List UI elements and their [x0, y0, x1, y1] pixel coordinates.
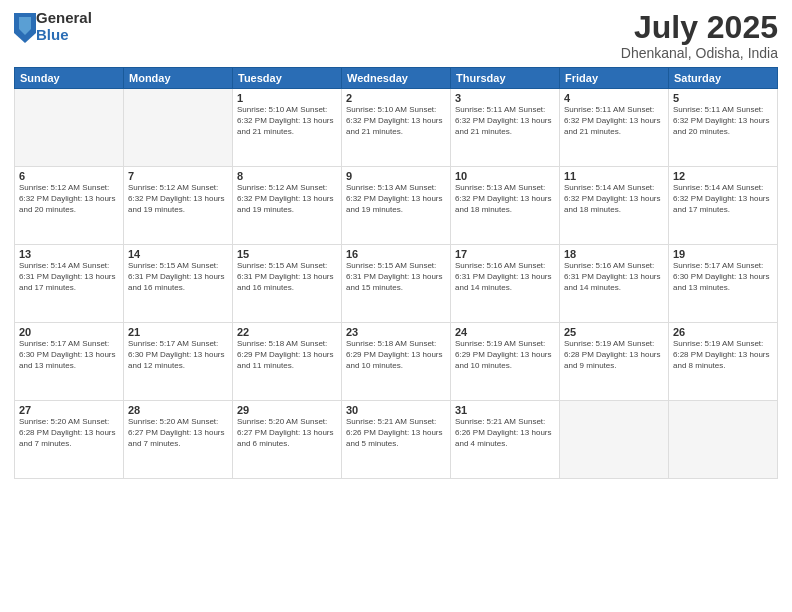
table-row: 1Sunrise: 5:10 AM Sunset: 6:32 PM Daylig… — [233, 89, 342, 167]
table-row: 23Sunrise: 5:18 AM Sunset: 6:29 PM Dayli… — [342, 323, 451, 401]
day-number: 4 — [564, 92, 664, 104]
table-row: 20Sunrise: 5:17 AM Sunset: 6:30 PM Dayli… — [15, 323, 124, 401]
day-number: 14 — [128, 248, 228, 260]
day-info: Sunrise: 5:18 AM Sunset: 6:29 PM Dayligh… — [346, 339, 446, 371]
calendar-header-row: Sunday Monday Tuesday Wednesday Thursday… — [15, 68, 778, 89]
day-info: Sunrise: 5:19 AM Sunset: 6:28 PM Dayligh… — [564, 339, 664, 371]
day-number: 3 — [455, 92, 555, 104]
day-number: 30 — [346, 404, 446, 416]
day-info: Sunrise: 5:14 AM Sunset: 6:32 PM Dayligh… — [673, 183, 773, 215]
day-info: Sunrise: 5:14 AM Sunset: 6:32 PM Dayligh… — [564, 183, 664, 215]
table-row: 29Sunrise: 5:20 AM Sunset: 6:27 PM Dayli… — [233, 401, 342, 479]
table-row: 25Sunrise: 5:19 AM Sunset: 6:28 PM Dayli… — [560, 323, 669, 401]
table-row: 6Sunrise: 5:12 AM Sunset: 6:32 PM Daylig… — [15, 167, 124, 245]
day-number: 28 — [128, 404, 228, 416]
day-number: 24 — [455, 326, 555, 338]
table-row: 27Sunrise: 5:20 AM Sunset: 6:28 PM Dayli… — [15, 401, 124, 479]
day-info: Sunrise: 5:11 AM Sunset: 6:32 PM Dayligh… — [564, 105, 664, 137]
table-row: 18Sunrise: 5:16 AM Sunset: 6:31 PM Dayli… — [560, 245, 669, 323]
table-row: 16Sunrise: 5:15 AM Sunset: 6:31 PM Dayli… — [342, 245, 451, 323]
table-row: 13Sunrise: 5:14 AM Sunset: 6:31 PM Dayli… — [15, 245, 124, 323]
day-info: Sunrise: 5:11 AM Sunset: 6:32 PM Dayligh… — [455, 105, 555, 137]
table-row — [15, 89, 124, 167]
header-saturday: Saturday — [669, 68, 778, 89]
day-info: Sunrise: 5:21 AM Sunset: 6:26 PM Dayligh… — [455, 417, 555, 449]
table-row: 11Sunrise: 5:14 AM Sunset: 6:32 PM Dayli… — [560, 167, 669, 245]
day-info: Sunrise: 5:13 AM Sunset: 6:32 PM Dayligh… — [455, 183, 555, 215]
table-row: 5Sunrise: 5:11 AM Sunset: 6:32 PM Daylig… — [669, 89, 778, 167]
table-row: 17Sunrise: 5:16 AM Sunset: 6:31 PM Dayli… — [451, 245, 560, 323]
day-info: Sunrise: 5:17 AM Sunset: 6:30 PM Dayligh… — [128, 339, 228, 371]
table-row: 19Sunrise: 5:17 AM Sunset: 6:30 PM Dayli… — [669, 245, 778, 323]
header-wednesday: Wednesday — [342, 68, 451, 89]
day-number: 9 — [346, 170, 446, 182]
table-row: 22Sunrise: 5:18 AM Sunset: 6:29 PM Dayli… — [233, 323, 342, 401]
calendar-week-row: 1Sunrise: 5:10 AM Sunset: 6:32 PM Daylig… — [15, 89, 778, 167]
month-title: July 2025 — [621, 10, 778, 45]
title-area: July 2025 Dhenkanal, Odisha, India — [621, 10, 778, 61]
table-row: 8Sunrise: 5:12 AM Sunset: 6:32 PM Daylig… — [233, 167, 342, 245]
table-row — [124, 89, 233, 167]
day-info: Sunrise: 5:17 AM Sunset: 6:30 PM Dayligh… — [19, 339, 119, 371]
table-row: 24Sunrise: 5:19 AM Sunset: 6:29 PM Dayli… — [451, 323, 560, 401]
day-number: 10 — [455, 170, 555, 182]
day-number: 19 — [673, 248, 773, 260]
table-row: 7Sunrise: 5:12 AM Sunset: 6:32 PM Daylig… — [124, 167, 233, 245]
day-number: 27 — [19, 404, 119, 416]
calendar-week-row: 13Sunrise: 5:14 AM Sunset: 6:31 PM Dayli… — [15, 245, 778, 323]
day-info: Sunrise: 5:12 AM Sunset: 6:32 PM Dayligh… — [128, 183, 228, 215]
table-row: 28Sunrise: 5:20 AM Sunset: 6:27 PM Dayli… — [124, 401, 233, 479]
day-number: 8 — [237, 170, 337, 182]
day-number: 1 — [237, 92, 337, 104]
table-row: 4Sunrise: 5:11 AM Sunset: 6:32 PM Daylig… — [560, 89, 669, 167]
table-row — [669, 401, 778, 479]
day-info: Sunrise: 5:13 AM Sunset: 6:32 PM Dayligh… — [346, 183, 446, 215]
logo-icon — [14, 13, 34, 41]
table-row — [560, 401, 669, 479]
table-row: 26Sunrise: 5:19 AM Sunset: 6:28 PM Dayli… — [669, 323, 778, 401]
day-info: Sunrise: 5:16 AM Sunset: 6:31 PM Dayligh… — [564, 261, 664, 293]
table-row: 12Sunrise: 5:14 AM Sunset: 6:32 PM Dayli… — [669, 167, 778, 245]
day-number: 17 — [455, 248, 555, 260]
location-title: Dhenkanal, Odisha, India — [621, 45, 778, 61]
day-info: Sunrise: 5:16 AM Sunset: 6:31 PM Dayligh… — [455, 261, 555, 293]
calendar-table: Sunday Monday Tuesday Wednesday Thursday… — [14, 67, 778, 479]
page: General Blue July 2025 Dhenkanal, Odisha… — [0, 0, 792, 612]
table-row: 21Sunrise: 5:17 AM Sunset: 6:30 PM Dayli… — [124, 323, 233, 401]
day-number: 2 — [346, 92, 446, 104]
logo-text: General Blue — [36, 10, 92, 43]
calendar-week-row: 6Sunrise: 5:12 AM Sunset: 6:32 PM Daylig… — [15, 167, 778, 245]
day-number: 7 — [128, 170, 228, 182]
day-info: Sunrise: 5:19 AM Sunset: 6:28 PM Dayligh… — [673, 339, 773, 371]
day-info: Sunrise: 5:19 AM Sunset: 6:29 PM Dayligh… — [455, 339, 555, 371]
table-row: 2Sunrise: 5:10 AM Sunset: 6:32 PM Daylig… — [342, 89, 451, 167]
logo-general-text: General — [36, 10, 92, 27]
table-row: 30Sunrise: 5:21 AM Sunset: 6:26 PM Dayli… — [342, 401, 451, 479]
logo: General Blue — [14, 10, 92, 43]
day-info: Sunrise: 5:15 AM Sunset: 6:31 PM Dayligh… — [346, 261, 446, 293]
header-monday: Monday — [124, 68, 233, 89]
header-sunday: Sunday — [15, 68, 124, 89]
header-tuesday: Tuesday — [233, 68, 342, 89]
table-row: 31Sunrise: 5:21 AM Sunset: 6:26 PM Dayli… — [451, 401, 560, 479]
calendar-week-row: 20Sunrise: 5:17 AM Sunset: 6:30 PM Dayli… — [15, 323, 778, 401]
day-info: Sunrise: 5:20 AM Sunset: 6:27 PM Dayligh… — [128, 417, 228, 449]
day-info: Sunrise: 5:12 AM Sunset: 6:32 PM Dayligh… — [19, 183, 119, 215]
calendar-week-row: 27Sunrise: 5:20 AM Sunset: 6:28 PM Dayli… — [15, 401, 778, 479]
day-number: 5 — [673, 92, 773, 104]
day-number: 25 — [564, 326, 664, 338]
logo-blue-text: Blue — [36, 27, 92, 44]
table-row: 14Sunrise: 5:15 AM Sunset: 6:31 PM Dayli… — [124, 245, 233, 323]
day-number: 31 — [455, 404, 555, 416]
day-info: Sunrise: 5:21 AM Sunset: 6:26 PM Dayligh… — [346, 417, 446, 449]
table-row: 9Sunrise: 5:13 AM Sunset: 6:32 PM Daylig… — [342, 167, 451, 245]
table-row: 10Sunrise: 5:13 AM Sunset: 6:32 PM Dayli… — [451, 167, 560, 245]
day-number: 18 — [564, 248, 664, 260]
day-info: Sunrise: 5:20 AM Sunset: 6:28 PM Dayligh… — [19, 417, 119, 449]
day-number: 6 — [19, 170, 119, 182]
day-info: Sunrise: 5:10 AM Sunset: 6:32 PM Dayligh… — [346, 105, 446, 137]
day-info: Sunrise: 5:11 AM Sunset: 6:32 PM Dayligh… — [673, 105, 773, 137]
day-info: Sunrise: 5:15 AM Sunset: 6:31 PM Dayligh… — [237, 261, 337, 293]
day-info: Sunrise: 5:12 AM Sunset: 6:32 PM Dayligh… — [237, 183, 337, 215]
day-info: Sunrise: 5:20 AM Sunset: 6:27 PM Dayligh… — [237, 417, 337, 449]
